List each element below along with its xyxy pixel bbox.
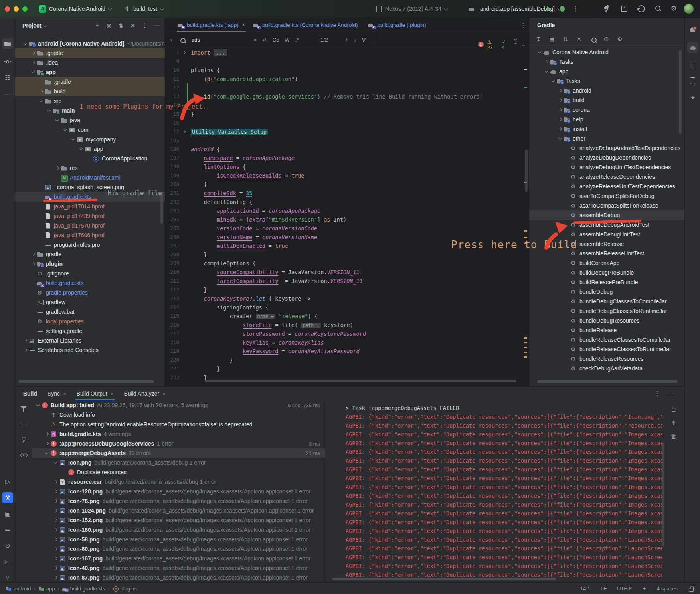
code-line-199[interactable]: 199 isCheckReleaseBuilds = true bbox=[165, 171, 529, 180]
tree-item-icon-80-png[interactable]: Icon-80.pngbuild/generated/corona_assets… bbox=[32, 544, 325, 554]
whole-words-toggle[interactable]: W bbox=[285, 37, 290, 43]
tree-item-bundlereleaseclassestocompilejar[interactable]: bundleReleaseClassesToCompileJar bbox=[529, 335, 685, 345]
next-match-icon[interactable]: ↓ bbox=[354, 37, 356, 43]
code-line-200[interactable]: 200 } bbox=[165, 180, 529, 189]
tree-item-build[interactable]: build bbox=[529, 95, 685, 105]
match-case-toggle[interactable]: Cc bbox=[272, 37, 279, 43]
tree-item-gitignore[interactable]: .gitignore bbox=[15, 269, 165, 278]
filter-icon[interactable]: ∇ bbox=[362, 37, 366, 43]
code-line-212[interactable]: 212 } bbox=[165, 285, 529, 294]
collapse-all-icon[interactable]: ✕ bbox=[129, 22, 136, 29]
code-line-14[interactable]: 14 bbox=[165, 101, 529, 110]
tree-item-mycompany[interactable]: mycompany bbox=[15, 135, 165, 144]
tree-item-analyzedebugdependencies[interactable]: analyzeDebugDependencies bbox=[529, 153, 685, 162]
tree-item-androidmanifest-xml[interactable]: AndroidManifest.xml bbox=[15, 173, 165, 182]
chevron-down-icon[interactable] bbox=[550, 78, 557, 84]
tree-item-checkdebugaarmetadata[interactable]: checkDebugAarMetadata bbox=[529, 364, 685, 373]
console-vscrollbar[interactable] bbox=[662, 443, 664, 546]
tab-build-gradle-kts-corona-native-android[interactable]: build.gradle.kts (Corona Native Android) bbox=[249, 18, 364, 32]
tree-item-gradle[interactable]: .gradle bbox=[15, 77, 165, 87]
tree-item-build-app-failed[interactable]: Build app: failedAt 23.09.25, 19:17 with… bbox=[32, 400, 325, 410]
locate-file-icon[interactable]: ◎ bbox=[105, 22, 113, 29]
chevron-down-icon[interactable] bbox=[70, 136, 77, 143]
chevron-right-icon[interactable] bbox=[53, 574, 59, 581]
chevron-right-icon[interactable] bbox=[557, 126, 564, 132]
code-line-198[interactable]: 198 lintOptions { bbox=[165, 162, 529, 171]
project-tool-icon[interactable] bbox=[2, 38, 13, 49]
tree-item-icon-1024-png[interactable]: Icon-1024.pngbuild/generated/corona_asse… bbox=[32, 506, 325, 515]
expand-all-icon[interactable]: ⇅ bbox=[562, 36, 569, 43]
code-line-213[interactable]: 213 coronaKeystore?.let { keystore -> bbox=[165, 294, 529, 303]
tree-item-bundlerelease[interactable]: bundleRelease bbox=[529, 325, 685, 335]
close-icon[interactable]: × bbox=[63, 391, 66, 397]
chevron-down-icon[interactable] bbox=[22, 40, 29, 47]
tree-item-app[interactable]: app bbox=[15, 67, 165, 77]
tree-item-tasks[interactable]: Tasks bbox=[529, 57, 685, 67]
tree-item-plugin[interactable]: plugin bbox=[15, 259, 165, 269]
next-problem-icon[interactable]: ⌄ bbox=[522, 42, 526, 48]
tree-item-external-libraries[interactable]: External Libraries bbox=[15, 336, 165, 345]
code-line-218[interactable]: 218 keyAlias = coronaKeyAlias bbox=[165, 338, 529, 347]
close-icon[interactable]: × bbox=[111, 391, 114, 397]
tree-item-app-mergedebugassets[interactable]: :app:mergeDebugAssets19 errors21 ms bbox=[32, 448, 325, 458]
collapse-all-icon[interactable]: ✕ bbox=[575, 36, 583, 43]
chevron-right-icon[interactable] bbox=[30, 261, 37, 267]
inspect-icon[interactable] bbox=[20, 451, 28, 459]
chevron-right-icon[interactable] bbox=[53, 517, 59, 523]
code-line-15[interactable]: 15} bbox=[165, 110, 529, 119]
prev-match-icon[interactable]: ↑ bbox=[346, 37, 348, 43]
chevron-down-icon[interactable] bbox=[557, 135, 564, 142]
chevron-right-icon[interactable] bbox=[38, 88, 45, 95]
tree-item-icon-152-png[interactable]: Icon-152.pngbuild/generated/corona_asset… bbox=[32, 515, 325, 525]
chevron-right-icon[interactable] bbox=[54, 165, 61, 171]
tree-item-bundledebugclassestoruntimejar[interactable]: bundleDebugClassesToRuntimeJar bbox=[529, 306, 685, 316]
code-line-222[interactable]: 222 } bbox=[165, 373, 529, 380]
tree-item-tasks[interactable]: Tasks bbox=[529, 76, 685, 86]
code-line-195[interactable]: 195 bbox=[165, 136, 529, 145]
gradle-tool-icon[interactable] bbox=[687, 42, 698, 53]
tree-item-analyzedebugunittestdependencies[interactable]: analyzeDebugUnitTestDependencies bbox=[529, 162, 685, 172]
code-line-10[interactable]: 10plugins { bbox=[165, 66, 529, 75]
chevron-right-icon[interactable] bbox=[44, 431, 50, 437]
code-line-203[interactable]: 203 applicationId = coronaAppPackage bbox=[165, 206, 529, 215]
gradle-settings-icon[interactable]: ⚙ bbox=[616, 36, 623, 43]
search-input[interactable]: ads bbox=[192, 37, 200, 43]
tab-build-gradle-plugin[interactable]: build.gradle (:plugin) bbox=[364, 18, 432, 32]
tree-item-analyzedebugandroidtestdependencies[interactable]: analyzeDebugAndroidTestDependencies bbox=[529, 143, 685, 153]
chevron-right-icon[interactable] bbox=[53, 555, 59, 562]
more-actions-icon[interactable]: ⋮ bbox=[571, 4, 581, 14]
expand-all-icon[interactable]: ⇅ bbox=[117, 22, 125, 29]
tab-sync[interactable]: Sync× bbox=[47, 387, 66, 400]
tree-item-coronaapplication[interactable]: CoronaApplication bbox=[15, 154, 165, 163]
chevron-down-icon[interactable] bbox=[46, 107, 53, 114]
clear-console-icon[interactable]: 🗑 bbox=[671, 433, 677, 440]
code-line-220[interactable]: 220 } bbox=[165, 356, 529, 364]
chevron-right-icon[interactable] bbox=[53, 488, 59, 495]
device-selector[interactable]: Nexus 7 (2012) API 34 bbox=[375, 5, 447, 12]
more-options-icon[interactable]: ⋮ bbox=[141, 22, 148, 29]
chevron-right-icon[interactable] bbox=[557, 116, 564, 123]
tree-item-icon-40-png[interactable]: Icon-40.pngbuild/generated/corona_assets… bbox=[32, 563, 325, 573]
code-line-219[interactable]: 219 keyPassword = coronaKeyAliasPassword bbox=[165, 347, 529, 356]
chevron-right-icon[interactable] bbox=[544, 59, 550, 65]
breadcrumb-item-plugins[interactable]: plugins bbox=[113, 586, 137, 592]
project-hscrollbar[interactable] bbox=[18, 380, 154, 383]
window-close-button[interactable] bbox=[5, 6, 10, 12]
chevron-down-icon[interactable] bbox=[78, 146, 85, 152]
chevron-down-icon[interactable] bbox=[38, 98, 45, 104]
inspections-widget[interactable]: 1 ⚠ 27 ✓ 4 ⌃ ⌄ bbox=[475, 40, 529, 49]
structure-tool-icon[interactable]: ☷ bbox=[2, 72, 13, 83]
chevron-right-icon[interactable] bbox=[53, 546, 59, 552]
chevron-down-icon[interactable] bbox=[30, 69, 37, 75]
indent-setting[interactable]: 4 spaces bbox=[657, 586, 678, 592]
breadcrumb-item-app[interactable]: app bbox=[38, 586, 55, 592]
tab-build-gradle-kts-app[interactable]: build.gradle.kts (:app)× bbox=[174, 18, 249, 32]
chevron-down-icon[interactable] bbox=[53, 459, 59, 466]
debug-button[interactable] bbox=[557, 4, 568, 14]
tree-item-corona[interactable]: corona bbox=[529, 105, 685, 115]
tree-item-app[interactable]: app bbox=[15, 144, 165, 154]
tree-item-gradlew-bat[interactable]: gradlew.bat bbox=[15, 307, 165, 317]
line-separator[interactable]: LF bbox=[601, 586, 607, 592]
gradle-vscrollbar[interactable] bbox=[679, 50, 682, 134]
clear-search-icon[interactable]: × bbox=[253, 37, 257, 43]
